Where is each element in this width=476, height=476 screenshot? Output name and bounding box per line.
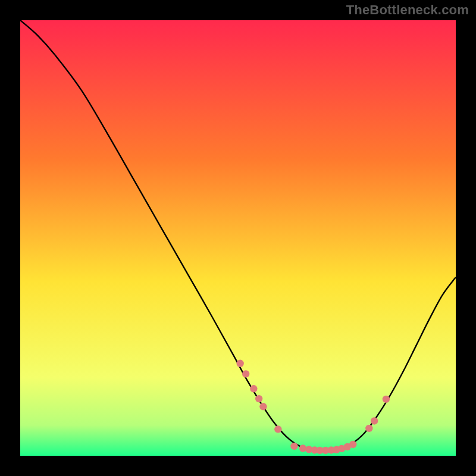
plot-area xyxy=(20,20,456,456)
data-marker xyxy=(242,370,249,377)
data-marker xyxy=(274,425,281,433)
data-marker xyxy=(349,441,356,448)
chart-svg xyxy=(20,20,456,456)
chart-stage: TheBottleneck.com xyxy=(0,0,476,476)
data-marker xyxy=(250,385,257,392)
data-marker xyxy=(236,360,243,367)
data-marker xyxy=(255,395,262,402)
watermark-text: TheBottleneck.com xyxy=(346,2,469,18)
gradient-background xyxy=(20,20,456,456)
data-marker xyxy=(259,403,267,410)
data-marker xyxy=(371,417,378,424)
data-marker xyxy=(365,425,372,432)
data-marker xyxy=(290,443,298,450)
data-marker xyxy=(383,396,390,403)
